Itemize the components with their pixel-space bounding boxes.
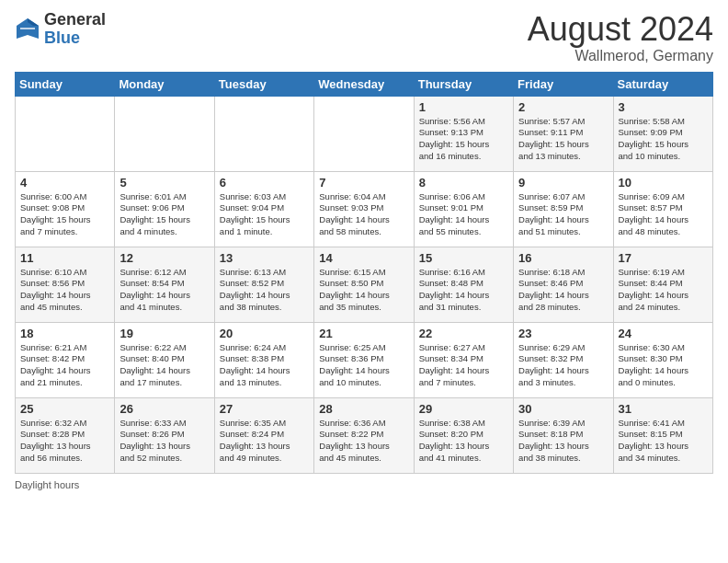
footer-note: Daylight hours — [15, 479, 713, 490]
calendar-cell: 26Sunrise: 6:33 AM Sunset: 8:26 PM Dayli… — [115, 397, 214, 473]
day-number: 10 — [619, 176, 708, 190]
day-number: 1 — [419, 100, 508, 114]
day-info: Sunrise: 6:12 AM Sunset: 8:54 PM Dayligh… — [119, 267, 209, 314]
calendar-cell: 5Sunrise: 6:01 AM Sunset: 9:06 PM Daylig… — [115, 171, 214, 247]
calendar-week-5: 25Sunrise: 6:32 AM Sunset: 8:28 PM Dayli… — [16, 397, 713, 473]
day-number: 26 — [119, 402, 209, 416]
day-number: 5 — [119, 176, 209, 190]
calendar-cell: 28Sunrise: 6:36 AM Sunset: 8:22 PM Dayli… — [314, 397, 414, 473]
calendar-header-wednesday: Wednesday — [314, 72, 414, 96]
day-info: Sunrise: 6:13 AM Sunset: 8:52 PM Dayligh… — [220, 267, 309, 314]
month-title: August 2024 — [528, 11, 713, 48]
calendar-cell: 3Sunrise: 5:58 AM Sunset: 9:09 PM Daylig… — [613, 96, 712, 171]
day-number: 25 — [20, 402, 109, 416]
day-info: Sunrise: 6:32 AM Sunset: 8:28 PM Dayligh… — [20, 418, 109, 465]
day-number: 16 — [518, 251, 608, 265]
calendar-cell: 18Sunrise: 6:21 AM Sunset: 8:42 PM Dayli… — [16, 322, 115, 397]
day-number: 7 — [319, 176, 408, 190]
calendar-header-sunday: Sunday — [16, 72, 115, 96]
calendar-cell: 22Sunrise: 6:27 AM Sunset: 8:34 PM Dayli… — [414, 322, 513, 397]
day-number: 9 — [518, 176, 608, 190]
logo-text: General Blue — [44, 11, 106, 48]
day-number: 14 — [319, 251, 408, 265]
day-info: Sunrise: 6:06 AM Sunset: 9:01 PM Dayligh… — [419, 191, 508, 238]
logo-blue: Blue — [44, 29, 106, 48]
day-info: Sunrise: 6:18 AM Sunset: 8:46 PM Dayligh… — [518, 267, 608, 314]
day-info: Sunrise: 6:16 AM Sunset: 8:48 PM Dayligh… — [419, 267, 508, 314]
day-number: 8 — [419, 176, 508, 190]
calendar-week-4: 18Sunrise: 6:21 AM Sunset: 8:42 PM Dayli… — [16, 322, 713, 397]
day-number: 21 — [319, 327, 408, 340]
calendar-header-saturday: Saturday — [613, 72, 712, 96]
day-number: 24 — [619, 327, 708, 340]
day-number: 19 — [119, 327, 209, 340]
location: Wallmerod, Germany — [528, 48, 713, 64]
day-number: 18 — [20, 327, 109, 340]
calendar-cell: 23Sunrise: 6:29 AM Sunset: 8:32 PM Dayli… — [514, 322, 613, 397]
calendar-cell: 31Sunrise: 6:41 AM Sunset: 8:15 PM Dayli… — [613, 397, 712, 473]
day-number: 12 — [119, 251, 209, 265]
calendar-cell: 20Sunrise: 6:24 AM Sunset: 8:38 PM Dayli… — [214, 322, 313, 397]
day-info: Sunrise: 6:24 AM Sunset: 8:38 PM Dayligh… — [220, 342, 309, 389]
calendar-cell: 30Sunrise: 6:39 AM Sunset: 8:18 PM Dayli… — [514, 397, 613, 473]
calendar-cell: 29Sunrise: 6:38 AM Sunset: 8:20 PM Dayli… — [414, 397, 513, 473]
day-info: Sunrise: 6:10 AM Sunset: 8:56 PM Dayligh… — [20, 267, 109, 314]
day-info: Sunrise: 6:29 AM Sunset: 8:32 PM Dayligh… — [518, 342, 608, 389]
day-info: Sunrise: 6:04 AM Sunset: 9:03 PM Dayligh… — [319, 191, 408, 238]
day-info: Sunrise: 6:15 AM Sunset: 8:50 PM Dayligh… — [319, 267, 408, 314]
day-info: Sunrise: 6:19 AM Sunset: 8:44 PM Dayligh… — [619, 267, 708, 314]
calendar-cell: 21Sunrise: 6:25 AM Sunset: 8:36 PM Dayli… — [314, 322, 414, 397]
day-number: 20 — [220, 327, 309, 340]
calendar-cell: 25Sunrise: 6:32 AM Sunset: 8:28 PM Dayli… — [16, 397, 115, 473]
calendar-cell: 9Sunrise: 6:07 AM Sunset: 8:59 PM Daylig… — [514, 171, 613, 247]
calendar-cell — [16, 96, 115, 171]
calendar-header-monday: Monday — [115, 72, 214, 96]
day-info: Sunrise: 6:30 AM Sunset: 8:30 PM Dayligh… — [619, 342, 708, 389]
calendar-cell: 12Sunrise: 6:12 AM Sunset: 8:54 PM Dayli… — [115, 247, 214, 322]
day-info: Sunrise: 6:41 AM Sunset: 8:15 PM Dayligh… — [619, 418, 708, 465]
day-info: Sunrise: 5:56 AM Sunset: 9:13 PM Dayligh… — [419, 116, 508, 163]
calendar-cell: 15Sunrise: 6:16 AM Sunset: 8:48 PM Dayli… — [414, 247, 513, 322]
daylight-label: Daylight hours — [15, 479, 79, 490]
day-info: Sunrise: 6:36 AM Sunset: 8:22 PM Dayligh… — [319, 418, 408, 465]
day-info: Sunrise: 6:25 AM Sunset: 8:36 PM Dayligh… — [319, 342, 408, 389]
day-number: 13 — [220, 251, 309, 265]
day-info: Sunrise: 6:03 AM Sunset: 9:04 PM Dayligh… — [220, 191, 309, 238]
calendar-header-tuesday: Tuesday — [214, 72, 313, 96]
calendar-cell: 10Sunrise: 6:09 AM Sunset: 8:57 PM Dayli… — [613, 171, 712, 247]
day-number: 15 — [419, 251, 508, 265]
day-number: 29 — [419, 402, 508, 416]
day-info: Sunrise: 6:01 AM Sunset: 9:06 PM Dayligh… — [119, 191, 209, 238]
calendar-header-friday: Friday — [514, 72, 613, 96]
calendar-cell — [115, 96, 214, 171]
day-info: Sunrise: 5:57 AM Sunset: 9:11 PM Dayligh… — [518, 116, 608, 163]
page: General Blue August 2024 Wallmerod, Germ… — [0, 0, 728, 563]
svg-rect-2 — [20, 28, 35, 29]
calendar-week-3: 11Sunrise: 6:10 AM Sunset: 8:56 PM Dayli… — [16, 247, 713, 322]
day-info: Sunrise: 6:27 AM Sunset: 8:34 PM Dayligh… — [419, 342, 508, 389]
calendar-cell: 27Sunrise: 6:35 AM Sunset: 8:24 PM Dayli… — [214, 397, 313, 473]
day-number: 2 — [518, 100, 608, 114]
calendar-cell — [214, 96, 313, 171]
day-info: Sunrise: 6:00 AM Sunset: 9:08 PM Dayligh… — [20, 191, 109, 238]
calendar-header-row: SundayMondayTuesdayWednesdayThursdayFrid… — [16, 72, 713, 96]
calendar-cell: 19Sunrise: 6:22 AM Sunset: 8:40 PM Dayli… — [115, 322, 214, 397]
day-info: Sunrise: 6:38 AM Sunset: 8:20 PM Dayligh… — [419, 418, 508, 465]
calendar-cell: 1Sunrise: 5:56 AM Sunset: 9:13 PM Daylig… — [414, 96, 513, 171]
day-info: Sunrise: 6:22 AM Sunset: 8:40 PM Dayligh… — [119, 342, 209, 389]
day-number: 6 — [220, 176, 309, 190]
calendar-cell: 11Sunrise: 6:10 AM Sunset: 8:56 PM Dayli… — [16, 247, 115, 322]
calendar-cell: 13Sunrise: 6:13 AM Sunset: 8:52 PM Dayli… — [214, 247, 313, 322]
calendar-cell: 8Sunrise: 6:06 AM Sunset: 9:01 PM Daylig… — [414, 171, 513, 247]
calendar-week-1: 1Sunrise: 5:56 AM Sunset: 9:13 PM Daylig… — [16, 96, 713, 171]
calendar: SundayMondayTuesdayWednesdayThursdayFrid… — [15, 72, 713, 474]
day-number: 28 — [319, 402, 408, 416]
day-number: 17 — [619, 251, 708, 265]
day-number: 31 — [619, 402, 708, 416]
day-info: Sunrise: 6:21 AM Sunset: 8:42 PM Dayligh… — [20, 342, 109, 389]
day-number: 4 — [20, 176, 109, 190]
logo-icon — [15, 17, 40, 42]
calendar-cell — [314, 96, 414, 171]
calendar-cell: 6Sunrise: 6:03 AM Sunset: 9:04 PM Daylig… — [214, 171, 313, 247]
calendar-cell: 16Sunrise: 6:18 AM Sunset: 8:46 PM Dayli… — [514, 247, 613, 322]
